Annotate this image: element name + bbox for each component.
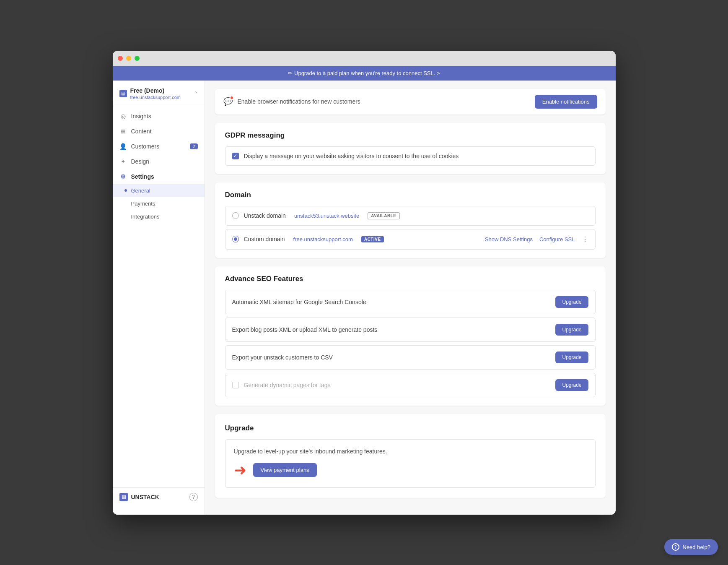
radio-inner (234, 237, 237, 241)
help-circle-icon: ? (672, 543, 679, 551)
notification-dot (230, 96, 233, 99)
brand-name: Free (Demo) (130, 87, 181, 94)
sidebar-item-content[interactable]: ▤ Content (113, 124, 205, 139)
sidebar-item-label: Customers (131, 143, 160, 150)
sidebar-sub-item-integrations[interactable]: Integrations (113, 210, 205, 223)
seo-item-label: Export blog posts XML or upload XML to g… (232, 326, 378, 333)
sub-item-label: General (131, 187, 150, 194)
brand-info: Free (Demo) free.unstacksupport.com (130, 87, 181, 100)
sidebar-header: ▤ Free (Demo) free.unstacksupport.com ⌃ (113, 81, 205, 105)
sidebar-item-label: Settings (131, 173, 154, 180)
domain-actions: Show DNS Settings Configure SSL ⋮ (485, 235, 588, 243)
gdpr-checkbox[interactable]: ✓ (232, 153, 239, 159)
unstack-domain-badge: AVAILABLE (368, 212, 399, 219)
upgrade-inner: Upgrade to level-up your site's inbound … (225, 439, 596, 488)
view-payment-plans-button[interactable]: View payment plans (253, 463, 317, 477)
show-dns-link[interactable]: Show DNS Settings (485, 236, 533, 242)
custom-domain-row: Custom domain free.unstacksupport.com AC… (225, 229, 596, 250)
design-icon: ✦ (119, 158, 127, 165)
arrow-indicator: ➜ (234, 461, 246, 479)
configure-ssl-link[interactable]: Configure SSL (539, 236, 575, 242)
upgrade-title: Upgrade (225, 424, 596, 432)
sub-item-label: Payments (131, 200, 155, 207)
footer-brand-label: UNSTACK (131, 494, 159, 500)
notification-left: 💬 Enable browser notifications for new c… (223, 97, 360, 106)
content-icon: ▤ (119, 128, 127, 135)
seo-row-export-blog: Export blog posts XML or upload XML to g… (225, 318, 596, 342)
gdpr-section: GDPR messaging ✓ Display a message on yo… (215, 123, 606, 174)
close-button[interactable] (118, 56, 123, 61)
sidebar-footer: ▤ UNSTACK ? (113, 487, 205, 506)
sub-nav: General Payments Integrations (113, 184, 205, 223)
app-body: ▤ Free (Demo) free.unstacksupport.com ⌃ … (113, 81, 616, 515)
maximize-button[interactable] (135, 56, 140, 61)
notification-bar: 💬 Enable browser notifications for new c… (215, 89, 606, 115)
sidebar: ▤ Free (Demo) free.unstacksupport.com ⌃ … (113, 81, 205, 515)
sidebar-sub-item-general[interactable]: General (113, 184, 205, 197)
customers-icon: 👤 (119, 143, 127, 150)
gdpr-title: GDPR messaging (225, 131, 596, 140)
seo-section: Advance SEO Features Automatic XML sitem… (215, 266, 606, 406)
seo-item-label: Automatic XML sitemap for Google Search … (232, 299, 366, 305)
upgrade-button-dynamic-pages[interactable]: Upgrade (555, 379, 588, 391)
sidebar-item-label: Content (131, 128, 152, 135)
sidebar-sub-item-payments[interactable]: Payments (113, 197, 205, 210)
gdpr-label: Display a message on your website asking… (244, 153, 459, 159)
nav-items: ◎ Insights ▤ Content 👤 Customers 2 ✦ Des… (113, 105, 205, 487)
sidebar-item-insights[interactable]: ◎ Insights (113, 109, 205, 124)
brand-icon: ▤ (119, 90, 127, 97)
footer-brand: ▤ UNSTACK (119, 493, 159, 501)
seo-item-label: Export your unstack customers to CSV (232, 354, 333, 361)
sidebar-item-design[interactable]: ✦ Design (113, 154, 205, 169)
need-help-label: Need help? (683, 544, 711, 550)
sub-item-label: Integrations (131, 214, 160, 220)
settings-icon: ⚙ (119, 173, 127, 180)
upgrade-description: Upgrade to level-up your site's inbound … (234, 448, 587, 455)
upgrade-button-export-blog[interactable]: Upgrade (555, 324, 588, 336)
upgrade-section: Upgrade Upgrade to level-up your site's … (215, 414, 606, 498)
sidebar-item-customers[interactable]: 👤 Customers 2 (113, 139, 205, 154)
custom-domain-radio[interactable] (232, 236, 239, 242)
notification-icon: 💬 (223, 97, 233, 106)
sidebar-item-settings[interactable]: ⚙ Settings (113, 169, 205, 184)
chevron-icon[interactable]: ⌃ (194, 91, 198, 96)
titlebar (113, 51, 616, 66)
app-window: ✏ Upgrade to a paid plan when you're rea… (113, 51, 616, 515)
main-content: 💬 Enable browser notifications for new c… (205, 81, 616, 515)
minimize-button[interactable] (126, 56, 131, 61)
need-help-button[interactable]: ? Need help? (664, 539, 718, 555)
sidebar-item-label: Design (131, 158, 150, 165)
seo-row-dynamic-pages: Generate dynamic pages for tags Upgrade (225, 373, 596, 397)
sidebar-item-label: Insights (131, 113, 151, 120)
custom-domain-label: Custom domain (244, 236, 285, 242)
red-arrow-icon: ➜ (234, 461, 246, 479)
domain-section: Domain Unstack domain unstack53.unstack.… (215, 182, 606, 258)
gdpr-row: ✓ Display a message on your website aski… (225, 146, 596, 166)
banner-text: ✏ Upgrade to a paid plan when you're rea… (288, 70, 440, 76)
seo-row-export-customers: Export your unstack customers to CSV Upg… (225, 345, 596, 370)
customers-badge: 2 (190, 143, 197, 149)
seo-row-sitemap: Automatic XML sitemap for Google Search … (225, 290, 596, 314)
help-icon-label: ? (192, 494, 195, 500)
domain-menu-icon[interactable]: ⋮ (582, 235, 588, 243)
brand-url: free.unstacksupport.com (130, 95, 181, 100)
unstack-domain-label: Unstack domain (244, 212, 286, 219)
insights-icon: ◎ (119, 112, 127, 120)
footer-help-icon[interactable]: ? (189, 493, 198, 501)
unstack-domain-url[interactable]: unstack53.unstack.website (294, 213, 359, 219)
seo-title: Advance SEO Features (225, 275, 596, 283)
footer-brand-icon: ▤ (119, 493, 128, 501)
enable-notifications-button[interactable]: Enable notifications (535, 95, 597, 109)
notification-text: Enable browser notifications for new cus… (238, 98, 360, 105)
custom-domain-badge: ACTIVE (361, 236, 384, 242)
unstack-domain-row: Unstack domain unstack53.unstack.website… (225, 206, 596, 226)
custom-domain-url[interactable]: free.unstacksupport.com (293, 236, 353, 242)
dynamic-pages-checkbox[interactable] (232, 382, 239, 388)
upgrade-button-export-customers[interactable]: Upgrade (555, 351, 588, 363)
upgrade-button-sitemap[interactable]: Upgrade (555, 296, 588, 308)
seo-item-label: Generate dynamic pages for tags (244, 382, 331, 388)
upgrade-banner[interactable]: ✏ Upgrade to a paid plan when you're rea… (113, 66, 616, 81)
unstack-domain-radio[interactable] (232, 212, 239, 219)
domain-title: Domain (225, 191, 596, 199)
